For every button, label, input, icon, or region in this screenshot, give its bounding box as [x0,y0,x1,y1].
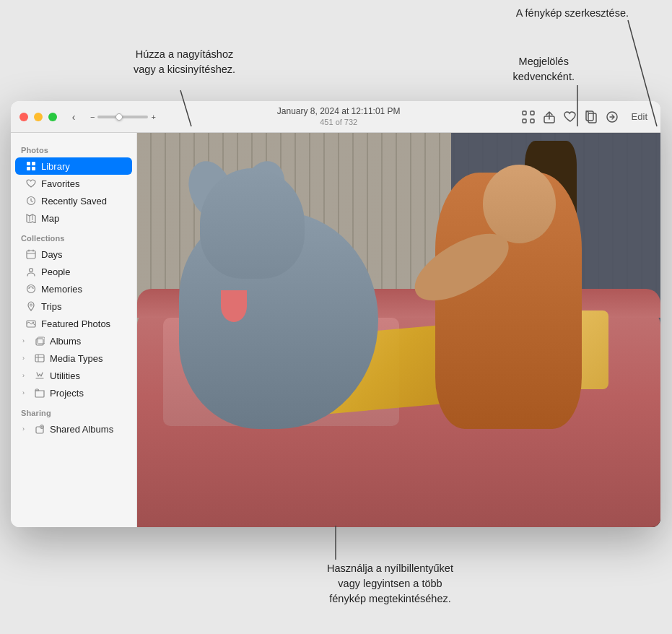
sidebar: Photos Library [11,133,137,527]
girl-head [483,165,557,243]
svg-rect-15 [27,167,30,170]
people-icon [25,266,37,277]
svg-rect-16 [32,167,35,170]
albums-icon [34,335,45,347]
dog-tongue [221,290,247,322]
utilities-icon [34,370,45,381]
shared-albums-icon [34,423,45,435]
minimize-button[interactable] [34,113,43,121]
svg-rect-18 [27,251,35,259]
heart-icon[interactable] [564,111,577,123]
media-types-expand-arrow: › [22,355,30,362]
sharing-section-label: Sharing [11,401,136,420]
map-label: Map [41,213,59,224]
favorites-label: Favorites [41,178,79,189]
svg-point-23 [32,322,34,323]
adjust-icon[interactable] [606,110,619,123]
projects-expand-arrow: › [22,389,30,396]
svg-rect-8 [531,119,534,123]
sidebar-item-memories[interactable]: Memories [15,280,132,298]
svg-point-21 [30,304,32,306]
svg-rect-10 [588,113,596,123]
title-center: January 8, 2024 at 12:11:01 PM 451 of 73… [156,106,522,128]
sidebar-item-featured-photos[interactable]: Featured Photos [15,315,132,332]
sidebar-item-library[interactable]: Library [15,157,132,175]
photo-date: January 8, 2024 at 12:11:01 PM [156,106,522,118]
utilities-label: Utilities [50,370,80,381]
sidebar-item-recently-saved[interactable]: Recently Saved [15,192,132,209]
nav-buttons: ‹ [66,109,82,125]
copy-icon[interactable] [585,110,597,123]
title-bar: ‹ − + January 8, 2024 at 12:11:01 PM 451… [11,101,660,133]
back-button[interactable]: ‹ [66,109,82,125]
favorites-icon [25,178,37,189]
svg-rect-11 [586,111,593,121]
svg-rect-13 [27,162,30,165]
trips-label: Trips [41,301,61,312]
svg-rect-14 [32,162,35,165]
sidebar-item-media-types[interactable]: › Media Types [15,349,132,367]
annotation-zoom: Húzza a nagyításhozvagy a kicsinyítéshez… [134,47,235,77]
shared-albums-expand-arrow: › [22,425,30,433]
traffic-lights [19,113,57,121]
library-label: Library [41,161,70,172]
zoom-slider-thumb[interactable] [115,113,123,121]
main-content: Photos Library [11,133,660,527]
library-icon [25,160,37,172]
trips-icon [25,300,37,312]
albums-label: Albums [50,336,81,347]
map-icon [25,212,37,224]
shared-albums-label: Shared Albums [50,424,113,435]
recently-saved-icon [25,195,37,207]
sidebar-item-utilities[interactable]: › Utilities [15,367,132,384]
projects-icon [34,387,45,399]
photo-count: 451 of 732 [156,117,522,127]
annotation-edit-photo: A fénykép szerkesztése. [516,6,629,21]
media-types-icon [34,352,45,364]
sidebar-item-map[interactable]: Map [15,209,132,227]
sidebar-item-albums[interactable]: › Albums [15,332,132,349]
sidebar-item-projects[interactable]: › Projects [15,384,132,401]
sidebar-item-days[interactable]: Days [15,246,132,263]
sidebar-item-shared-albums[interactable]: › Shared Albums [15,420,132,438]
days-label: Days [41,249,63,260]
svg-rect-5 [523,111,526,115]
photo-area [137,133,660,527]
projects-label: Projects [50,388,84,399]
zoom-slider[interactable] [97,116,148,118]
utilities-expand-arrow: › [22,372,30,379]
edit-button[interactable]: Edit [627,110,652,123]
app-window: ‹ − + January 8, 2024 at 12:11:01 PM 451… [11,101,660,527]
zoom-controls: − + [90,113,156,121]
featured-photos-label: Featured Photos [41,318,110,329]
svg-point-19 [30,269,33,272]
photos-section-label: Photos [11,139,136,157]
zoom-minus-icon: − [90,113,95,121]
memories-icon [25,283,37,295]
recently-saved-label: Recently Saved [41,196,107,207]
people-label: People [41,266,70,277]
svg-rect-7 [523,119,526,123]
toolbar-actions: Edit [522,110,652,123]
close-button[interactable] [19,113,28,121]
collections-section-label: Collections [11,227,136,246]
sidebar-item-favorites[interactable]: Favorites [15,175,132,192]
photo-scene [137,133,660,527]
svg-rect-6 [531,111,534,115]
albums-expand-arrow: › [22,337,30,344]
days-icon [25,248,37,260]
sidebar-item-trips[interactable]: Trips [15,298,132,315]
share-icon[interactable] [544,110,555,123]
media-types-label: Media Types [50,353,102,364]
annotation-favorite: Megjelöléskedvencként. [513,54,575,84]
maximize-button[interactable] [48,113,57,121]
dog-head [200,168,305,279]
sidebar-item-people[interactable]: People [15,263,132,280]
annotation-navigation: Használja a nyílbillentyűketvagy legyint… [231,561,549,607]
memories-label: Memories [41,284,82,295]
face-recognition-icon[interactable] [522,110,535,123]
svg-rect-26 [35,355,44,362]
featured-photos-icon [25,318,37,329]
svg-point-20 [27,285,35,293]
